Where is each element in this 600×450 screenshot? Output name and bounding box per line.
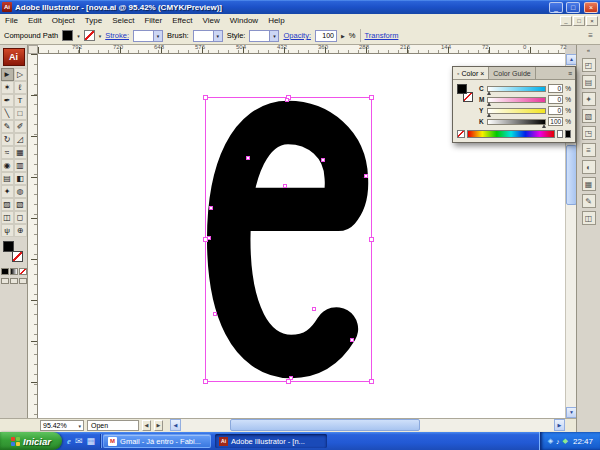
selection-handle[interactable]	[369, 95, 374, 100]
anchor-point[interactable]	[283, 184, 287, 188]
normal-screen-mode-button[interactable]	[1, 278, 9, 284]
menu-object[interactable]: Object	[47, 14, 80, 27]
cyan-slider[interactable]	[487, 86, 546, 92]
tray-antivirus-icon[interactable]: ◆	[563, 437, 568, 445]
toolbox-fill-swatch[interactable]	[3, 241, 14, 252]
selection-bounding-box[interactable]	[205, 97, 372, 382]
live-paint-bucket-tool[interactable]: ▨	[1, 198, 14, 211]
dock-panel-icon[interactable]: ▤	[582, 75, 596, 89]
opacity-input[interactable]: 100	[315, 30, 337, 42]
fill-color-swatch[interactable]	[62, 30, 73, 41]
anchor-point[interactable]	[321, 158, 325, 162]
dock-panel-icon[interactable]: ◐	[582, 160, 596, 174]
slider-marker-icon[interactable]	[487, 102, 491, 106]
maximize-button[interactable]: □	[566, 2, 580, 13]
opacity-dropdown-icon[interactable]: ▶	[341, 33, 345, 39]
pen-tool[interactable]: ✒	[1, 94, 14, 107]
crop-area-tool[interactable]: ◫	[1, 211, 14, 224]
status-prev-button[interactable]: ◀	[142, 420, 151, 431]
anchor-point[interactable]	[285, 98, 289, 102]
doc-close-button[interactable]: ×	[586, 16, 598, 26]
full-screen-mode-button[interactable]	[19, 278, 27, 284]
yellow-value-input[interactable]: 0	[548, 106, 563, 115]
horizontal-scroll-thumb[interactable]	[230, 419, 420, 431]
tab-color[interactable]: ◦ Color ×	[453, 67, 489, 79]
paintbrush-tool[interactable]: ✎	[1, 120, 14, 133]
anchor-point[interactable]	[312, 307, 316, 311]
anchor-point[interactable]	[350, 338, 354, 342]
slider-marker-icon[interactable]	[487, 91, 491, 95]
black-slider[interactable]	[487, 119, 546, 125]
anchor-point[interactable]	[213, 312, 217, 316]
dock-panel-icon[interactable]: ◫	[582, 211, 596, 225]
selection-handle[interactable]	[203, 95, 208, 100]
color-spectrum-bar[interactable]	[467, 130, 555, 138]
eraser-tool[interactable]: ◻	[14, 211, 27, 224]
dock-panel-icon[interactable]: ≡	[582, 143, 596, 157]
menu-window[interactable]: Window	[225, 14, 263, 27]
menu-effect[interactable]: Effect	[167, 14, 197, 27]
taskbar-item-gmail[interactable]: M Gmail - Já entro - Fabi...	[103, 434, 211, 448]
status-next-button[interactable]: ▶	[154, 420, 163, 431]
dock-panel-icon[interactable]: ✦	[582, 92, 596, 106]
slider-marker-icon[interactable]	[487, 113, 491, 117]
menu-help[interactable]: Help	[263, 14, 289, 27]
lasso-tool[interactable]: ℓ	[14, 81, 27, 94]
internet-explorer-icon[interactable]: e	[67, 436, 71, 446]
expand-dock-icon[interactable]: «	[577, 45, 600, 55]
gradient-mode-button[interactable]	[10, 268, 18, 275]
selection-handle[interactable]	[369, 379, 374, 384]
close-button[interactable]: ×	[584, 2, 598, 13]
panel-fill-swatch[interactable]	[457, 84, 467, 94]
tray-network-icon[interactable]: ◈	[548, 437, 553, 445]
menu-type[interactable]: Type	[80, 14, 107, 27]
scale-tool[interactable]: ◿	[14, 133, 27, 146]
scroll-left-button[interactable]: ◀	[170, 419, 181, 431]
type-tool[interactable]: T	[14, 94, 27, 107]
opacity-panel-link[interactable]: Opacity:	[283, 31, 311, 40]
white-swatch[interactable]	[557, 130, 563, 138]
horizontal-scrollbar[interactable]: ◀ ▶	[170, 419, 565, 431]
scroll-right-button[interactable]: ▶	[554, 419, 565, 431]
warp-tool[interactable]: ≈	[1, 146, 14, 159]
doc-restore-button[interactable]: □	[573, 16, 585, 26]
letter-e-artwork[interactable]	[206, 98, 371, 381]
anchor-point[interactable]	[246, 156, 250, 160]
dock-panel-icon[interactable]: ◳	[582, 126, 596, 140]
mail-icon[interactable]: ✉	[75, 436, 83, 446]
mesh-tool[interactable]: ▤	[1, 172, 14, 185]
cyan-value-input[interactable]: 0	[548, 84, 563, 93]
anchor-point[interactable]	[207, 236, 211, 240]
symbol-sprayer-tool[interactable]: ◉	[1, 159, 14, 172]
status-display[interactable]: Open	[87, 420, 139, 431]
selection-handle[interactable]	[369, 237, 374, 242]
graph-tool[interactable]: ▥	[14, 159, 27, 172]
anchor-point[interactable]	[209, 206, 213, 210]
start-button[interactable]: Iniciar	[0, 432, 62, 450]
horizontal-ruler[interactable]: 792 720 648 576 504 432 360 288 216 144 …	[38, 45, 565, 54]
hand-tool[interactable]: ψ	[1, 224, 14, 237]
tray-volume-icon[interactable]: ♪	[556, 438, 560, 445]
slider-marker-icon[interactable]	[542, 124, 546, 128]
magenta-slider[interactable]	[487, 97, 546, 103]
selection-handle[interactable]	[203, 379, 208, 384]
none-color-swatch[interactable]	[457, 130, 465, 138]
menu-view[interactable]: View	[197, 14, 224, 27]
anchor-point[interactable]	[364, 174, 368, 178]
rectangle-tool[interactable]: □	[14, 107, 27, 120]
line-segment-tool[interactable]: ╲	[1, 107, 14, 120]
zoom-level-select[interactable]: 95.42% ▾	[40, 420, 84, 431]
black-value-input[interactable]: 100	[548, 117, 563, 126]
color-mode-button[interactable]	[1, 268, 9, 275]
ruler-origin-corner[interactable]	[28, 45, 38, 54]
selection-tool[interactable]: ►	[1, 68, 14, 81]
menu-filter[interactable]: Filter	[139, 14, 167, 27]
blend-tool[interactable]: ◍	[14, 185, 27, 198]
fill-dropdown-icon[interactable]: ▾	[77, 33, 80, 39]
style-select[interactable]: ▾	[249, 30, 279, 42]
zoom-tool[interactable]: ⊕	[14, 224, 27, 237]
rotate-tool[interactable]: ↻	[1, 133, 14, 146]
stroke-weight-select[interactable]: ▾	[133, 30, 163, 42]
black-swatch[interactable]	[565, 130, 571, 138]
dock-panel-icon[interactable]: ▦	[582, 177, 596, 191]
